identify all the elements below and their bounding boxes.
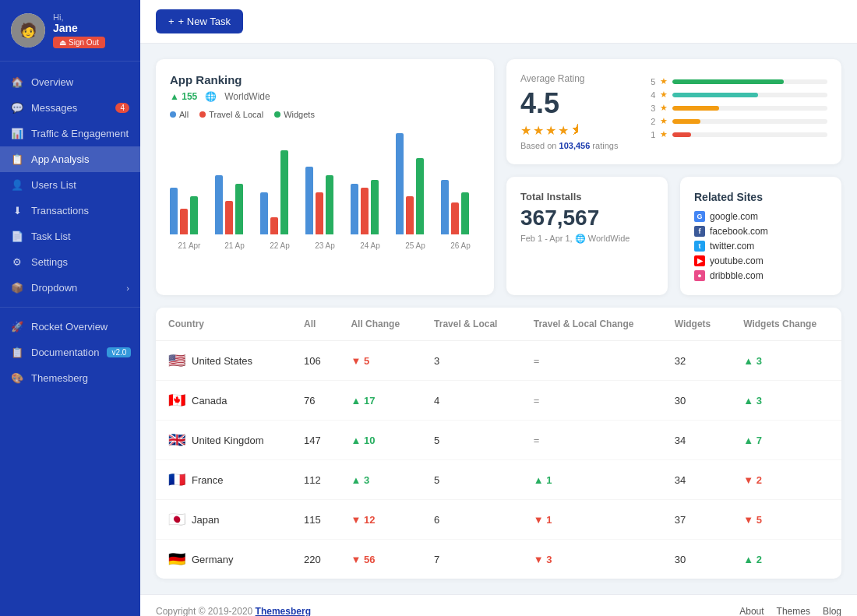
site-icon: ▶: [694, 255, 705, 266]
star-icon: ★: [660, 116, 668, 126]
bar-widgets: [416, 158, 424, 234]
bar-travel: [451, 202, 459, 234]
bar-group: 24 Ap: [351, 180, 390, 234]
related-sites-title: Related Sites: [694, 191, 827, 203]
table-row: 🇩🇪 Germany 220 ▼ 56 7 ▼ 3 30 ▲ 2: [156, 540, 841, 579]
new-task-button[interactable]: + + New Task: [156, 9, 243, 33]
rating-bar-fill: [672, 132, 691, 137]
sidebar-item-themesberg[interactable]: 🎨 Themesberg: [0, 365, 140, 391]
legend-dot-all: [170, 111, 176, 118]
country-name: Japan: [192, 514, 219, 526]
chevron-right-icon: ›: [126, 283, 129, 293]
all-value: 112: [291, 460, 338, 500]
legend-dot-travel: [199, 111, 206, 118]
sidebar-item-documentation[interactable]: 📋 Documentation v2.0: [0, 340, 140, 365]
site-label: dribbble.com: [710, 270, 764, 281]
bar-group: 26 Ap: [441, 180, 480, 234]
rating-bars: 5 ★ 4 ★ 3 ★ 2 ★ 1 ★: [651, 73, 827, 150]
bar-label: 25 Ap: [405, 241, 425, 250]
dropdown-icon: 📦: [11, 282, 23, 294]
bottom-right: Total Installs 367,567 Feb 1 - Apr 1, 🌐 …: [506, 177, 841, 295]
sidebar-item-users-list[interactable]: 👤 Users List: [0, 172, 140, 198]
country-cell: 🇩🇪 Germany: [156, 540, 291, 579]
related-site-item[interactable]: G google.com: [694, 211, 827, 222]
messages-badge: 4: [115, 103, 129, 113]
bar-all: [441, 180, 449, 234]
username-text: Jane: [53, 22, 105, 34]
avg-rating-title: Average Rating: [520, 73, 638, 84]
table-row: 🇯🇵 Japan 115 ▼ 12 6 ▼ 1 37 ▼ 5: [156, 500, 841, 540]
country-flag: 🇬🇧: [168, 431, 185, 449]
th-travel: Travel & Local: [421, 308, 521, 341]
all-change-value: ▲ 17: [338, 381, 421, 421]
app-ranking-card: App Ranking ▲ 155 🌐 WorldWide All Travel…: [156, 59, 494, 295]
travel-value: 5: [421, 460, 521, 500]
change-eq: =: [534, 435, 540, 446]
country-cell: 🇨🇦 Canada: [156, 381, 291, 421]
bar-label: 24 Ap: [360, 241, 380, 250]
bar-label: 21 Ap: [224, 241, 245, 250]
th-travel-change: Travel & Local Change: [521, 308, 662, 341]
table-row: 🇨🇦 Canada 76 ▲ 17 4 = 30 ▲ 3: [156, 381, 841, 421]
site-label: google.com: [710, 211, 758, 222]
rating-bar-fill: [672, 119, 700, 124]
rating-bar-row: 3 ★: [651, 103, 827, 113]
star-icon: ★: [660, 129, 668, 139]
globe-icon: 🌐: [205, 91, 217, 102]
th-all-change: All Change: [338, 308, 421, 341]
main-content: + + New Task App Ranking ▲ 155 🌐 WorldWi…: [140, 0, 857, 616]
travel-change-value: =: [521, 421, 662, 460]
average-rating-card: Average Rating 4.5 ★ ★ ★ ★ ⯨ Based on 10…: [506, 59, 841, 164]
widgets-change-value: ▲ 2: [731, 540, 841, 579]
sign-out-button[interactable]: ⏏ Sign Out: [53, 37, 105, 48]
travel-change-value: ▼ 1: [521, 500, 662, 540]
change-up: ▲ 1: [534, 474, 552, 486]
sidebar-item-app-analysis[interactable]: 📋 App Analysis: [0, 146, 140, 172]
footer-themes-link[interactable]: Themes: [777, 606, 810, 616]
installs-title: Total Installs: [520, 191, 654, 202]
related-site-item[interactable]: ● dribbble.com: [694, 270, 827, 281]
sidebar-item-task-list[interactable]: 📄 Task List: [0, 224, 140, 249]
related-sites-card: Related Sites G google.com f facebook.co…: [680, 177, 841, 295]
rating-bar-track: [672, 106, 827, 111]
change-down: ▼ 3: [534, 554, 552, 565]
country-name: United Kingdom: [192, 435, 264, 446]
sidebar-item-rocket[interactable]: 🚀 Rocket Overview: [0, 314, 140, 340]
sidebar-item-settings[interactable]: ⚙ Settings: [0, 249, 140, 275]
sidebar-item-overview[interactable]: 🏠 Overview: [0, 69, 140, 95]
bar-widgets: [371, 180, 379, 234]
related-site-item[interactable]: t twitter.com: [694, 241, 827, 252]
widgets-change-value: ▲ 7: [731, 421, 841, 460]
star-icon: ★: [660, 76, 668, 86]
change-up: ▲ 3: [743, 395, 762, 407]
star-1: ★: [520, 123, 531, 138]
legend-dot-widgets: [274, 111, 280, 118]
country-flag: 🇩🇪: [168, 551, 185, 568]
table-row: 🇫🇷 France 112 ▲ 3 5 ▲ 1 34 ▼ 2: [156, 460, 841, 500]
footer-blog-link[interactable]: Blog: [823, 606, 841, 616]
sidebar-item-traffic[interactable]: 📊 Traffic & Engagement: [0, 121, 140, 146]
legend-widgets: Widgets: [274, 110, 315, 119]
footer-brand-link[interactable]: Themesberg: [256, 606, 311, 616]
travel-value: 6: [421, 500, 521, 540]
bar-label: 22 Ap: [270, 241, 290, 250]
avatar-image: 🧑: [11, 13, 45, 48]
settings-icon: ⚙: [11, 256, 23, 268]
rating-bar-row: 5 ★: [651, 76, 827, 86]
avatar: 🧑: [11, 13, 45, 48]
nav-divider: [0, 307, 140, 308]
rating-bar-row: 4 ★: [651, 90, 827, 100]
th-widgets-change: Widgets Change: [731, 308, 841, 341]
related-site-item[interactable]: ▶ youtube.com: [694, 255, 827, 266]
bar-all: [351, 184, 358, 234]
footer-about-link[interactable]: About: [739, 606, 764, 616]
all-change-value: ▼ 56: [338, 540, 421, 579]
legend-all: All: [170, 110, 189, 119]
sidebar-item-messages[interactable]: 💬 Messages 4: [0, 95, 140, 121]
sidebar-item-transactions[interactable]: ⬇ Transactions: [0, 198, 140, 224]
change-up: ▲ 3: [351, 474, 369, 486]
site-label: youtube.com: [710, 255, 764, 266]
sidebar-item-dropdown[interactable]: 📦 Dropdown ›: [0, 275, 140, 301]
related-site-item[interactable]: f facebook.com: [694, 226, 827, 237]
widgets-value: 37: [662, 500, 731, 540]
